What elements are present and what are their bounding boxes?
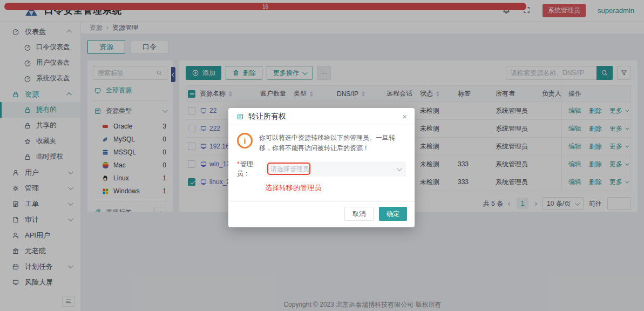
- cancel-button[interactable]: 取消: [344, 207, 374, 221]
- annotation-text: 选择转移的管理员: [265, 183, 406, 193]
- info-text: 你可以将选中资源转移给以下的管理员。一旦转移，你将不能再访问被转让后的资源！: [259, 133, 406, 153]
- admin-select-placeholder: 请选择管理员: [270, 165, 397, 174]
- admin-field-label: *管理员：: [237, 160, 265, 178]
- close-icon[interactable]: ×: [402, 112, 407, 120]
- admin-select[interactable]: 请选择管理员: [265, 161, 406, 177]
- document-icon: [236, 112, 244, 120]
- dialog-footer: 取消 确定: [228, 201, 415, 227]
- required-mark: *: [237, 160, 240, 168]
- admin-field-row: *管理员： 请选择管理员: [237, 160, 406, 178]
- dialog-body: i 你可以将选中资源转移给以下的管理员。一旦转移，你将不能再访问被转让后的资源！…: [228, 125, 415, 197]
- chevron-down-icon: [397, 166, 402, 171]
- dialog-header: 转让所有权 ×: [228, 108, 415, 125]
- transfer-ownership-dialog: 转让所有权 × i 你可以将选中资源转移给以下的管理员。一旦转移，你将不能再访问…: [228, 108, 415, 227]
- info-icon: i: [237, 133, 253, 148]
- confirm-button[interactable]: 确定: [379, 207, 407, 221]
- password-security-app: 口令安全管理系统 16 系统管理员 superadmin 仪表盘口令仪表盘用户仪…: [0, 0, 644, 311]
- info-row: i 你可以将选中资源转移给以下的管理员。一旦转移，你将不能再访问被转让后的资源！: [237, 133, 406, 153]
- dialog-title: 转让所有权: [248, 112, 286, 121]
